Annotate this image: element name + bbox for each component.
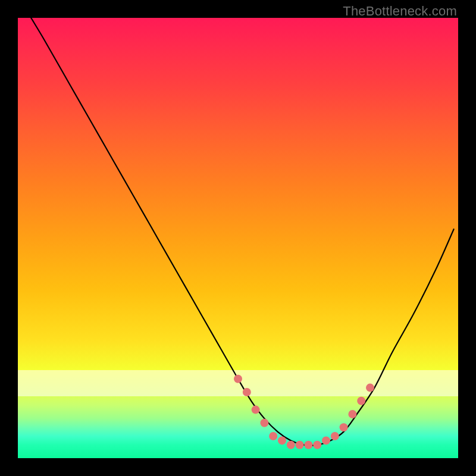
fit-point <box>278 436 286 444</box>
fit-point <box>313 441 321 449</box>
fit-point <box>287 441 295 449</box>
bottleneck-curve <box>31 18 453 446</box>
fit-point <box>348 410 356 418</box>
chart-canvas: TheBottleneck.com <box>0 0 476 476</box>
fit-point <box>366 384 374 392</box>
fit-point <box>331 432 339 440</box>
fit-point <box>234 375 242 383</box>
fit-points-group <box>234 375 374 449</box>
plot-area <box>18 18 458 458</box>
fit-point <box>243 388 251 396</box>
fit-point <box>322 436 330 444</box>
watermark-text: TheBottleneck.com <box>343 4 457 19</box>
fit-point <box>340 423 348 431</box>
fit-point <box>296 441 304 449</box>
fit-point <box>260 419 268 427</box>
fit-point <box>304 441 312 449</box>
chart-svg <box>18 18 458 458</box>
fit-point <box>357 397 365 405</box>
fit-point <box>269 432 277 440</box>
fit-point <box>252 406 260 414</box>
